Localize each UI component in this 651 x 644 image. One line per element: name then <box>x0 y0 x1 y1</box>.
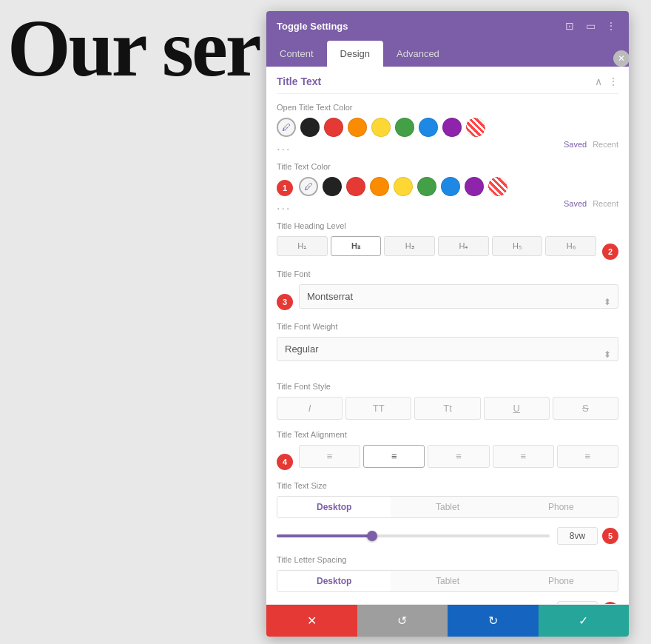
panel-content: Title Text ∧ ⋮ Open Title Text Color 🖊 <box>266 67 629 604</box>
save-button[interactable]: ✓ <box>539 605 630 637</box>
title-font-field: Title Font 3 Montserrat <box>277 269 618 319</box>
align-justify[interactable]: ≡ <box>428 445 489 468</box>
title-text-size-label: Title Text Size <box>277 481 618 490</box>
title-color-purple[interactable] <box>465 177 484 196</box>
color-swatch-purple[interactable] <box>442 118 462 137</box>
title-color-orange[interactable] <box>370 177 389 196</box>
chevron-up-icon[interactable]: ∧ <box>595 76 602 87</box>
letter-spacing-desktop[interactable]: Desktop <box>277 571 391 591</box>
color-swatch-orange[interactable] <box>348 118 367 137</box>
close-button[interactable]: ✕ <box>613 50 629 67</box>
undo-button[interactable]: ↺ <box>357 605 448 637</box>
text-size-desktop[interactable]: Desktop <box>277 497 391 517</box>
title-letter-spacing-label: Title Letter Spacing <box>277 555 618 564</box>
title-color-black[interactable] <box>323 177 342 196</box>
title-color-red[interactable] <box>346 177 365 196</box>
title-font-weight-select[interactable]: Regular <box>277 337 618 361</box>
title-font-select[interactable]: Montserrat <box>299 284 618 309</box>
title-color-picker[interactable]: 🖊 <box>299 177 318 196</box>
text-size-slider-row: 8vw 5 <box>277 527 618 545</box>
bottom-bar: ✕ ↺ ↻ ✓ <box>266 604 629 637</box>
open-color-more[interactable]: ··· <box>277 143 291 156</box>
section-menu-icon[interactable]: ⋮ <box>608 76 618 87</box>
align-center[interactable]: ≡ <box>363 445 425 468</box>
text-size-slider-track[interactable] <box>277 534 550 537</box>
title-color-badge-row: 1 🖊 <box>277 177 618 199</box>
heading-h3[interactable]: H₃ <box>384 236 435 256</box>
text-size-device-tabs: Desktop Tablet Phone <box>277 496 618 518</box>
color-swatch-none[interactable] <box>466 118 485 137</box>
font-style-uppercase[interactable]: TT <box>345 397 411 420</box>
letter-spacing-phone[interactable]: Phone <box>505 571 618 591</box>
title-color-blue[interactable] <box>441 177 460 196</box>
resize-icon[interactable]: ⊡ <box>562 19 577 33</box>
alignment-badge-row: 4 ≡ ≡ ≡ ≡ ≡ <box>277 445 618 478</box>
text-size-value[interactable]: 8vw <box>557 527 598 545</box>
open-title-color-row: 🖊 <box>277 118 618 137</box>
color-swatch-yellow[interactable] <box>371 118 391 137</box>
panel-title: Toggle Settings <box>277 21 348 32</box>
text-size-tablet[interactable]: Tablet <box>391 497 504 517</box>
title-font-label: Title Font <box>277 269 618 278</box>
title-text-size-field: Title Text Size Desktop Tablet Phone 8vw… <box>277 481 618 545</box>
header-icons: ⊡ ▭ ⋮ <box>562 19 618 33</box>
title-color-yellow[interactable] <box>394 177 413 196</box>
title-color-green[interactable] <box>417 177 436 196</box>
settings-panel: Toggle Settings ⊡ ▭ ⋮ Content Design Adv… <box>266 11 629 637</box>
title-color-recent: Recent <box>593 199 618 208</box>
tab-content[interactable]: Content <box>266 41 327 67</box>
open-title-color-picker[interactable]: 🖊 <box>277 118 296 137</box>
text-size-phone[interactable]: Phone <box>505 497 618 517</box>
background-text: Our ser <box>7 7 260 89</box>
heading-h2[interactable]: H₂ <box>331 236 382 256</box>
title-text-alignment-field: Title Text Alignment 4 ≡ ≡ ≡ ≡ ≡ <box>277 430 618 478</box>
open-color-saved-recent: Saved Recent <box>562 140 618 149</box>
letter-spacing-tablet[interactable]: Tablet <box>391 571 504 591</box>
panel-header: Toggle Settings ⊡ ▭ ⋮ <box>266 11 629 41</box>
font-style-strikethrough[interactable]: S <box>553 397 618 420</box>
font-style-capitalize[interactable]: Tt <box>414 397 480 420</box>
step-badge-2: 2 <box>602 244 618 260</box>
tab-design[interactable]: Design <box>327 41 383 67</box>
expand-icon[interactable]: ▭ <box>583 19 598 33</box>
open-title-text-color-field: Open Title Text Color 🖊 ··· Saved Recent <box>277 103 618 159</box>
title-letter-spacing-field: Title Letter Spacing Desktop Tablet Phon… <box>277 555 618 604</box>
alignment-row: ≡ ≡ ≡ ≡ ≡ <box>299 445 618 468</box>
align-right2[interactable]: ≡ <box>557 445 618 468</box>
align-right[interactable]: ≡ <box>493 445 554 468</box>
open-color-saved: Saved <box>564 140 587 149</box>
font-style-italic[interactable]: I <box>277 397 343 420</box>
align-left[interactable]: ≡ <box>299 445 360 468</box>
title-font-style-label: Title Font Style <box>277 382 618 391</box>
title-font-weight-field: Title Font Weight Regular <box>277 322 618 372</box>
title-text-color-label: Title Text Color <box>277 162 618 171</box>
text-size-value-box: 8vw 5 <box>557 527 618 545</box>
color-swatch-blue[interactable] <box>419 118 438 137</box>
font-style-underline[interactable]: U <box>484 397 550 420</box>
title-color-more[interactable]: ··· <box>277 202 291 215</box>
heading-h6[interactable]: H₆ <box>545 236 596 256</box>
step-badge-1: 1 <box>277 180 293 196</box>
heading-row: H₁ H₂ H₃ H₄ H₅ H₆ <box>277 236 596 256</box>
title-font-weight-label: Title Font Weight <box>277 322 618 331</box>
color-swatch-red[interactable] <box>324 118 343 137</box>
tab-advanced[interactable]: Advanced <box>383 41 453 67</box>
section-header: Title Text ∧ ⋮ <box>277 67 618 94</box>
step-badge-4: 4 <box>277 454 293 470</box>
color-swatch-green[interactable] <box>395 118 414 137</box>
title-color-none[interactable] <box>488 177 507 196</box>
cancel-button[interactable]: ✕ <box>266 605 357 637</box>
section-title: Title Text <box>277 76 321 87</box>
heading-h5[interactable]: H₅ <box>492 236 543 256</box>
heading-h4[interactable]: H₄ <box>438 236 489 256</box>
heading-badge-row: H₁ H₂ H₃ H₄ H₅ H₆ 2 <box>277 236 618 266</box>
heading-h1[interactable]: H₁ <box>277 236 328 256</box>
color-swatch-black[interactable] <box>300 118 320 137</box>
redo-button[interactable]: ↻ <box>448 605 539 637</box>
menu-icon[interactable]: ⋮ <box>604 19 618 33</box>
title-text-alignment-label: Title Text Alignment <box>277 430 618 439</box>
letter-spacing-device-tabs: Desktop Tablet Phone <box>277 570 618 592</box>
font-style-row: I TT Tt U S <box>277 397 618 420</box>
title-text-color-field: Title Text Color 1 🖊 ··· Sa <box>277 162 618 218</box>
title-heading-level-label: Title Heading Level <box>277 221 618 230</box>
